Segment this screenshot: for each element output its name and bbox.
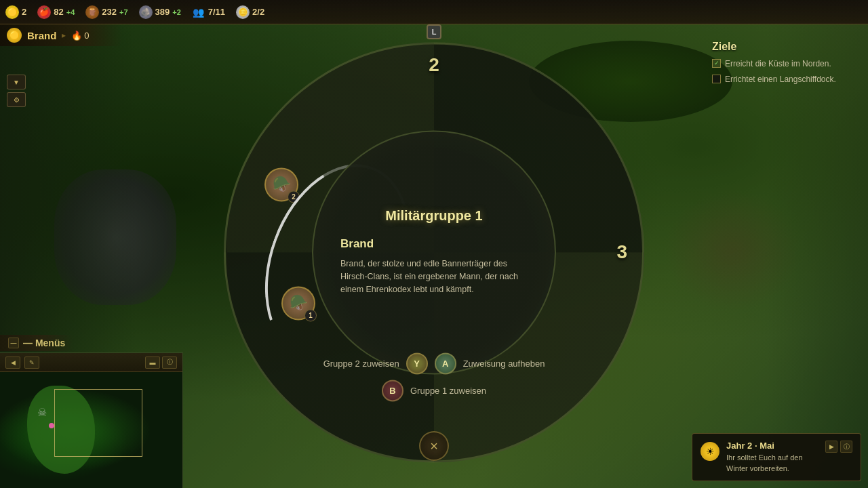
- minimap-skull-icon: ☠: [37, 406, 47, 419]
- season-icon: ☀: [701, 442, 719, 461]
- minimap-pencil[interactable]: ✎: [24, 357, 39, 369]
- dialog-center: Militärgruppe 1 Brand Brand, der stolze …: [312, 130, 556, 374]
- wood-value: 232: [102, 7, 117, 17]
- top-controls: ▼ ⚙: [7, 75, 26, 107]
- resource-people: 👥 7/11: [192, 5, 225, 19]
- unit-badge-1: 2: [288, 190, 300, 203]
- menus-title: — Menüs: [23, 338, 65, 348]
- food-icon: 🍎: [37, 5, 51, 19]
- unassign-label: Zuweisung aufheben: [463, 359, 545, 369]
- player-separator: ▸: [62, 30, 66, 40]
- dropdown-btn[interactable]: ▼: [7, 75, 26, 89]
- wood-plus: +7: [119, 8, 128, 16]
- people-icon: 👥: [192, 5, 205, 19]
- player-name: Brand: [27, 30, 56, 41]
- objectives-title: Ziele: [712, 41, 861, 53]
- objective-item-1: Erreicht die Küste im Norden.: [712, 58, 861, 70]
- btn-a[interactable]: A: [435, 352, 456, 374]
- unit-avatar-2[interactable]: 🪖 1: [281, 286, 315, 320]
- dialog-outer-ring: 2 3 🪖 2 🪖 1 Militärgruppe 1 Brand Brand,…: [224, 42, 644, 462]
- season-description: Ihr solltet Euch auf den Winter vorberei…: [726, 453, 818, 474]
- objective-item-2: Errichtet einen Langschiffdock.: [712, 74, 861, 85]
- minimap-marker: [49, 423, 54, 428]
- wood-icon: 🪵: [85, 5, 99, 19]
- minimap-minimize[interactable]: ▬: [145, 357, 160, 369]
- action-row-2: B Gruppe 1 zuweisen: [382, 380, 486, 401]
- season-nav: ▶ ⓘ: [825, 441, 852, 453]
- player-score: 🔥 0: [71, 30, 89, 41]
- score-icon: 🔥: [71, 30, 82, 41]
- player-bar: 🟡 Brand ▸ 🔥 0: [0, 24, 122, 46]
- coins-value: 2/2: [252, 7, 264, 17]
- btn-b[interactable]: B: [382, 380, 403, 401]
- minimap-header: ◀ ✎ ▬ ⓘ: [0, 353, 182, 372]
- season-next-btn[interactable]: ▶: [825, 441, 837, 453]
- food-value: 82: [54, 7, 63, 17]
- season-notification: ☀ Jahr 2 · Mai Ihr solltet Euch auf den …: [692, 433, 861, 481]
- dialog-title: Militärgruppe 1: [334, 209, 534, 224]
- action-buttons: Gruppe 2 zuweisen Y A Zuweisung aufheben…: [315, 352, 553, 401]
- minimap-canvas: ☠: [0, 372, 182, 488]
- season-title: Jahr 2 · Mai: [726, 441, 818, 451]
- resource-food: 🍎 82 +4: [37, 5, 75, 19]
- action-row-1: Gruppe 2 zuweisen Y A Zuweisung aufheben: [323, 352, 545, 374]
- btn-y[interactable]: Y: [406, 352, 428, 374]
- stone-value: 389: [155, 7, 170, 17]
- unit-badge-2: 1: [304, 309, 317, 321]
- minimap-viewport: [54, 389, 142, 457]
- close-dialog-button[interactable]: ×: [419, 431, 449, 461]
- gold-icon: 🟡: [5, 5, 19, 19]
- objective-text-1: Erreicht die Küste im Norden.: [725, 58, 831, 70]
- resource-wood: 🪵 232 +7: [85, 5, 127, 19]
- minimap-controls: ▬ ⓘ: [145, 357, 177, 369]
- resource-stone: 🪨 389 +2: [139, 5, 181, 19]
- resource-coins: 🪙 2/2: [236, 5, 264, 19]
- character-description: Brand, der stolze und edle Bannerträger …: [334, 258, 534, 296]
- unit-avatar-1[interactable]: 🪖 2: [264, 167, 298, 201]
- food-plus: +4: [66, 8, 75, 16]
- character-name: Brand: [334, 238, 534, 251]
- player-icon: 🟡: [7, 28, 22, 43]
- l-shortcut-button[interactable]: L: [427, 24, 441, 39]
- menus-expand-icon[interactable]: —: [8, 338, 19, 348]
- stone-plus: +2: [172, 8, 181, 16]
- people-value: 7/11: [208, 7, 225, 17]
- objective-checkbox-2[interactable]: [712, 75, 721, 83]
- objective-text-2: Errichtet einen Langschiffdock.: [725, 74, 836, 85]
- minimap-left-nav[interactable]: ◀: [5, 357, 20, 369]
- minimap: ◀ ✎ ▬ ⓘ ☠: [0, 352, 183, 488]
- minimap-info[interactable]: ⓘ: [162, 357, 177, 369]
- objectives-panel: Ziele Erreicht die Küste im Norden. Erri…: [712, 41, 861, 89]
- ring-number-3: 3: [616, 241, 627, 263]
- assign-group1-label: Gruppe 1 zuweisen: [410, 386, 486, 396]
- settings-btn[interactable]: ⚙: [7, 92, 26, 107]
- gold-value: 2: [22, 7, 26, 17]
- resource-gold: 🟡 2: [5, 5, 26, 19]
- ring-number-2: 2: [429, 54, 439, 76]
- stone-icon: 🪨: [139, 5, 153, 19]
- resource-bar: 🟡 2 🍎 82 +4 🪵 232 +7 🪨 389 +2 👥 7/11 🪙 2…: [0, 0, 868, 24]
- military-group-dialog: 2 3 🪖 2 🪖 1 Militärgruppe 1 Brand Brand,…: [224, 42, 644, 462]
- assign-group2-label: Gruppe 2 zuweisen: [323, 359, 399, 369]
- menus-section: — — Menüs: [0, 335, 73, 351]
- season-info-btn[interactable]: ⓘ: [840, 441, 852, 453]
- objective-checkbox-1[interactable]: [712, 59, 721, 68]
- coin-icon: 🪙: [236, 5, 250, 19]
- score-value: 0: [84, 30, 89, 41]
- season-text: Jahr 2 · Mai Ihr solltet Euch auf den Wi…: [726, 441, 818, 474]
